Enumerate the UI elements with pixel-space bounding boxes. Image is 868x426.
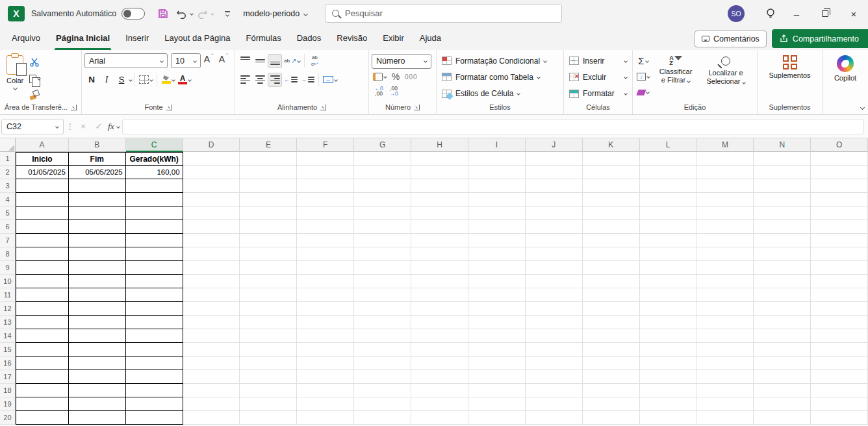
share-button[interactable]: Compartilhamento bbox=[772, 29, 868, 48]
cell-O20[interactable] bbox=[811, 411, 868, 425]
cell-O18[interactable] bbox=[811, 384, 868, 397]
cell-F7[interactable] bbox=[297, 234, 354, 247]
cell-B12[interactable] bbox=[69, 302, 126, 316]
cell-B20[interactable] bbox=[69, 411, 126, 425]
cell-F8[interactable] bbox=[297, 247, 354, 261]
cell-K9[interactable] bbox=[583, 261, 640, 275]
tab-pagina-inicial[interactable]: Página Inicial bbox=[48, 27, 118, 50]
cell-G19[interactable] bbox=[354, 397, 411, 411]
cell-B10[interactable] bbox=[69, 275, 126, 288]
cell-F2[interactable] bbox=[297, 166, 354, 179]
cell-E11[interactable] bbox=[240, 288, 297, 302]
cell-D5[interactable] bbox=[183, 207, 240, 220]
cell-A9[interactable] bbox=[16, 261, 69, 275]
cell-I10[interactable] bbox=[468, 275, 526, 288]
fill-color-button[interactable] bbox=[160, 73, 176, 87]
cell-D17[interactable] bbox=[183, 370, 240, 384]
cell-I2[interactable] bbox=[468, 166, 526, 179]
comments-button[interactable]: Comentários bbox=[695, 31, 767, 47]
cell-B13[interactable] bbox=[69, 316, 126, 329]
cell-L5[interactable] bbox=[640, 207, 697, 220]
cell-E15[interactable] bbox=[240, 343, 297, 357]
insert-cells-button[interactable]: Inserir bbox=[567, 53, 630, 69]
cell-K7[interactable] bbox=[583, 234, 640, 247]
cell-D18[interactable] bbox=[183, 384, 240, 397]
cell-L19[interactable] bbox=[640, 397, 697, 411]
cell-E2[interactable] bbox=[240, 166, 297, 179]
cell-K18[interactable] bbox=[583, 384, 640, 397]
cell-G17[interactable] bbox=[354, 370, 411, 384]
cell-M3[interactable] bbox=[696, 179, 754, 193]
cell-A1[interactable]: Inicio bbox=[16, 152, 69, 166]
column-header-O[interactable]: O bbox=[811, 138, 868, 152]
cell-E5[interactable] bbox=[240, 207, 297, 220]
cell-M20[interactable] bbox=[696, 411, 754, 425]
cell-M1[interactable] bbox=[696, 152, 754, 166]
cell-A13[interactable] bbox=[16, 316, 69, 329]
align-center-icon[interactable] bbox=[253, 73, 267, 87]
cell-E8[interactable] bbox=[240, 247, 297, 261]
underline-dropdown-icon[interactable] bbox=[129, 78, 133, 82]
cell-H18[interactable] bbox=[411, 384, 468, 397]
document-title[interactable]: modelo-periodo bbox=[243, 9, 307, 18]
cell-I8[interactable] bbox=[468, 247, 526, 261]
decrease-decimal-icon[interactable]: ,00→0 bbox=[387, 84, 401, 98]
select-all-corner[interactable] bbox=[0, 138, 16, 152]
cell-E1[interactable] bbox=[240, 152, 297, 166]
cell-M15[interactable] bbox=[696, 343, 754, 357]
cell-M11[interactable] bbox=[696, 288, 754, 302]
cell-K10[interactable] bbox=[583, 275, 640, 288]
cell-H12[interactable] bbox=[411, 302, 468, 316]
cell-A11[interactable] bbox=[16, 288, 69, 302]
cell-C1[interactable]: Gerado(kWh) bbox=[126, 152, 183, 166]
font-dialog-launcher-icon[interactable] bbox=[166, 105, 172, 110]
cell-L3[interactable] bbox=[640, 179, 697, 193]
cell-C10[interactable] bbox=[126, 275, 183, 288]
cell-O15[interactable] bbox=[811, 343, 868, 357]
cell-I1[interactable] bbox=[468, 152, 526, 166]
insert-function-icon[interactable]: fx bbox=[108, 121, 114, 132]
cell-O17[interactable] bbox=[811, 370, 868, 384]
avatar[interactable]: SO bbox=[728, 5, 745, 22]
cell-O10[interactable] bbox=[811, 275, 868, 288]
cell-A10[interactable] bbox=[16, 275, 69, 288]
cell-A4[interactable] bbox=[16, 193, 69, 207]
cell-C20[interactable] bbox=[126, 411, 183, 425]
cell-G4[interactable] bbox=[354, 193, 411, 207]
column-header-G[interactable]: G bbox=[354, 138, 411, 152]
cell-J14[interactable] bbox=[526, 329, 583, 343]
cell-C13[interactable] bbox=[126, 316, 183, 329]
cell-N12[interactable] bbox=[754, 302, 811, 316]
cell-N9[interactable] bbox=[754, 261, 811, 275]
cell-K1[interactable] bbox=[583, 152, 640, 166]
cell-A14[interactable] bbox=[16, 329, 69, 343]
accounting-format-button[interactable] bbox=[372, 69, 388, 84]
cell-N16[interactable] bbox=[754, 357, 811, 370]
formula-input[interactable] bbox=[122, 119, 864, 134]
cell-I9[interactable] bbox=[468, 261, 526, 275]
cell-O7[interactable] bbox=[811, 234, 868, 247]
cell-B11[interactable] bbox=[69, 288, 126, 302]
cell-E7[interactable] bbox=[240, 234, 297, 247]
increase-indent-icon[interactable]: → bbox=[300, 73, 316, 87]
cell-B7[interactable] bbox=[69, 234, 126, 247]
cell-D11[interactable] bbox=[183, 288, 240, 302]
cell-F3[interactable] bbox=[297, 179, 354, 193]
cell-H16[interactable] bbox=[411, 357, 468, 370]
cell-J8[interactable] bbox=[526, 247, 583, 261]
cell-G7[interactable] bbox=[354, 234, 411, 247]
cell-M13[interactable] bbox=[696, 316, 754, 329]
row-header-20[interactable]: 20 bbox=[0, 411, 16, 425]
cell-M18[interactable] bbox=[696, 384, 754, 397]
cell-E6[interactable] bbox=[240, 220, 297, 234]
cell-B6[interactable] bbox=[69, 220, 126, 234]
cell-B3[interactable] bbox=[69, 179, 126, 193]
cell-N10[interactable] bbox=[754, 275, 811, 288]
italic-button[interactable]: I bbox=[99, 73, 114, 87]
undo-icon[interactable] bbox=[173, 5, 190, 22]
cell-J1[interactable] bbox=[526, 152, 583, 166]
cell-C19[interactable] bbox=[126, 397, 183, 411]
paste-button[interactable]: Colar bbox=[3, 53, 27, 102]
cell-A18[interactable] bbox=[16, 384, 69, 397]
cell-C9[interactable] bbox=[126, 261, 183, 275]
